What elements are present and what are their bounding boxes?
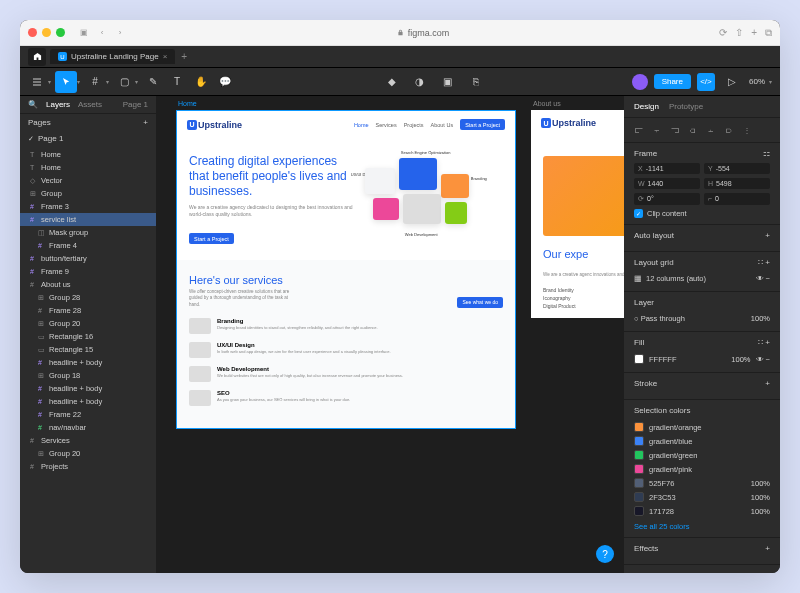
fill-hex[interactable]: FFFFFF — [649, 355, 677, 364]
prototype-tab[interactable]: Prototype — [669, 102, 703, 111]
tabs-icon[interactable]: ⧉ — [765, 27, 772, 39]
hand-tool[interactable]: ✋ — [190, 71, 212, 93]
frame-label[interactable]: About us — [533, 100, 561, 107]
fill-visibility-icon[interactable]: 👁 − — [756, 355, 770, 364]
new-tab-icon[interactable]: + — [751, 27, 757, 39]
chevron-down-icon[interactable]: ▾ — [135, 78, 138, 85]
layer-item[interactable]: ◇Vector — [20, 174, 156, 187]
add-effect-icon[interactable]: + — [765, 544, 770, 553]
color-style-row[interactable]: gradient/pink — [634, 462, 770, 476]
text-tool[interactable]: T — [166, 71, 188, 93]
layer-item[interactable]: #Frame 4 — [20, 239, 156, 252]
align-left-icon[interactable]: ⫍ — [632, 123, 646, 137]
shape-tool[interactable]: ▢ — [113, 71, 135, 93]
search-icon[interactable]: 🔍 — [28, 100, 38, 109]
grid-value[interactable]: 12 columns (auto) — [646, 274, 706, 283]
move-tool[interactable] — [55, 71, 77, 93]
add-grid-icon[interactable]: ∷ + — [758, 258, 770, 267]
close-window[interactable] — [28, 28, 37, 37]
layer-item[interactable]: #headline + body — [20, 382, 156, 395]
see-all-colors-link[interactable]: See all 25 colors — [634, 522, 770, 531]
layer-item[interactable]: THome — [20, 161, 156, 174]
align-bottom-icon[interactable]: ⫐ — [722, 123, 736, 137]
forward-icon[interactable]: › — [113, 26, 127, 40]
user-avatar[interactable] — [632, 74, 648, 90]
chevron-down-icon[interactable]: ▾ — [769, 78, 772, 85]
layer-item[interactable]: #nav/navbar — [20, 421, 156, 434]
clip-checkbox[interactable]: ✓ — [634, 209, 643, 218]
artboard-home[interactable]: UUpstraline Home Services Projects About… — [176, 110, 516, 429]
add-fill-icon[interactable]: ∷ + — [758, 338, 770, 347]
align-right-icon[interactable]: ⫎ — [668, 123, 682, 137]
reload-icon[interactable]: ⟳ — [719, 27, 727, 39]
boolean-icon[interactable]: ▣ — [437, 71, 459, 93]
align-hcenter-icon[interactable]: ⫟ — [650, 123, 664, 137]
y-input[interactable]: Y-554 — [704, 163, 770, 174]
layer-item[interactable]: #Frame 28 — [20, 304, 156, 317]
chevron-down-icon[interactable]: ▾ — [48, 78, 51, 85]
fill-opacity[interactable]: 100% — [731, 355, 750, 364]
layer-item[interactable]: #Frame 9 — [20, 265, 156, 278]
add-stroke-icon[interactable]: + — [765, 379, 770, 388]
help-button[interactable]: ? — [596, 545, 614, 563]
layer-item[interactable]: #service list — [20, 213, 156, 226]
x-input[interactable]: X-1141 — [634, 163, 700, 174]
opacity-value[interactable]: 100% — [751, 314, 770, 323]
chevron-down-icon[interactable]: ▾ — [106, 78, 109, 85]
color-raw-row[interactable]: 525F76100% — [634, 476, 770, 490]
color-raw-row[interactable]: 2F3C53100% — [634, 490, 770, 504]
layer-item[interactable]: ◫Mask group — [20, 226, 156, 239]
back-icon[interactable]: ‹ — [95, 26, 109, 40]
page-selector[interactable]: Page 1 — [123, 100, 148, 109]
design-tab[interactable]: Design — [634, 102, 659, 111]
blend-mode[interactable]: Pass through — [641, 314, 685, 323]
canvas[interactable]: Home UUpstraline Home Services Projects … — [156, 96, 624, 573]
layer-item[interactable]: #button/tertiary — [20, 252, 156, 265]
color-style-row[interactable]: gradient/orange — [634, 420, 770, 434]
layer-item[interactable]: #About us — [20, 278, 156, 291]
main-menu-icon[interactable] — [26, 71, 48, 93]
maximize-window[interactable] — [56, 28, 65, 37]
layer-item[interactable]: ⊞Group — [20, 187, 156, 200]
layer-item[interactable]: #Frame 22 — [20, 408, 156, 421]
layer-item[interactable]: #headline + body — [20, 356, 156, 369]
assets-tab[interactable]: Assets — [78, 100, 102, 109]
mask-icon[interactable]: ◑ — [409, 71, 431, 93]
comment-tool[interactable]: 💬 — [214, 71, 236, 93]
pen-tool[interactable]: ✎ — [142, 71, 164, 93]
present-icon[interactable]: ▷ — [721, 71, 743, 93]
color-raw-row[interactable]: 171728100% — [634, 504, 770, 518]
minimize-window[interactable] — [42, 28, 51, 37]
fill-swatch[interactable] — [634, 354, 644, 364]
close-tab-icon[interactable]: × — [163, 52, 168, 61]
url-display[interactable]: figma.com — [397, 28, 450, 38]
align-top-icon[interactable]: ⫏ — [686, 123, 700, 137]
artboard-about[interactable]: UUpstraline Our expe We are a creative a… — [531, 110, 624, 318]
component-icon[interactable]: ◆ — [381, 71, 403, 93]
layer-item[interactable]: ▭Rectangle 15 — [20, 343, 156, 356]
sidebar-toggle-icon[interactable]: ▣ — [77, 26, 91, 40]
layer-item[interactable]: ⊞Group 20 — [20, 317, 156, 330]
add-autolayout-icon[interactable]: + — [765, 231, 770, 240]
frame-options-icon[interactable]: ⚏ — [763, 149, 770, 158]
layer-item[interactable]: ⊞Group 18 — [20, 369, 156, 382]
layer-item[interactable]: THome — [20, 148, 156, 161]
layer-item[interactable]: #Projects — [20, 460, 156, 473]
dev-mode-button[interactable]: </> — [697, 73, 715, 91]
rotation-input[interactable]: ⟳0° — [634, 193, 700, 205]
layer-item[interactable]: #Services — [20, 434, 156, 447]
chevron-down-icon[interactable]: ▾ — [77, 78, 80, 85]
layer-item[interactable]: #headline + body — [20, 395, 156, 408]
height-input[interactable]: H5498 — [704, 178, 770, 189]
file-tab[interactable]: U Upstraline Landing Page × — [50, 49, 175, 64]
add-page-icon[interactable]: + — [143, 118, 148, 127]
radius-input[interactable]: ⌐0 — [704, 193, 770, 205]
share-button[interactable]: Share — [654, 74, 691, 89]
link-icon[interactable]: ⎘ — [465, 71, 487, 93]
frame-tool[interactable]: # — [84, 71, 106, 93]
new-file-tab[interactable]: + — [181, 51, 187, 62]
page-item[interactable]: ✓ Page 1 — [20, 131, 156, 146]
layer-item[interactable]: #Frame 3 — [20, 200, 156, 213]
layer-item[interactable]: ⊞Group 28 — [20, 291, 156, 304]
share-icon[interactable]: ⇧ — [735, 27, 743, 39]
